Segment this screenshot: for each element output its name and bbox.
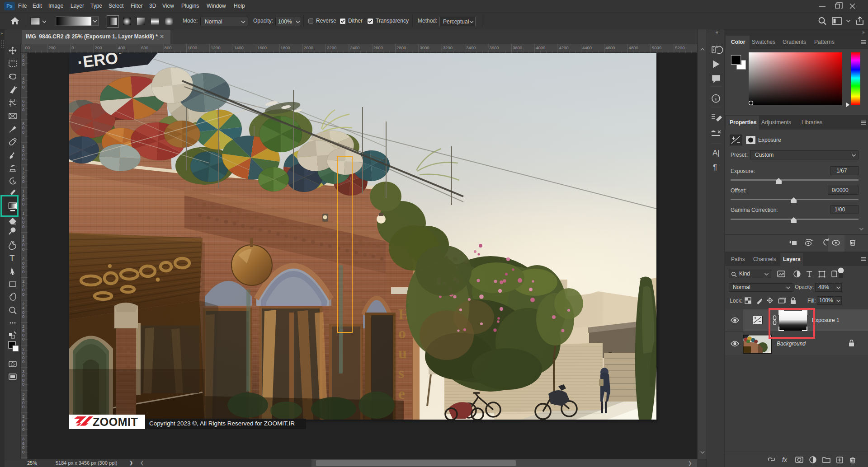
svg-text:0: 0 [22,130,24,135]
svg-text:4400: 4400 [582,45,592,50]
svg-text:1600: 1600 [257,45,267,50]
svg-text:ZOOMIT: ZOOMIT [93,416,138,428]
svg-text:0: 0 [22,449,24,454]
svg-text:fx: fx [782,456,788,463]
svg-text:0: 0 [22,292,24,297]
svg-text:0: 0 [22,201,24,206]
svg-text:0: 0 [22,404,24,409]
svg-text:3200: 3200 [443,45,453,50]
svg-text:3600: 3600 [490,45,499,50]
svg-text:1400: 1400 [234,45,244,50]
svg-text:200: 200 [48,45,56,50]
svg-text:0: 0 [71,45,74,50]
svg-text:1800: 1800 [280,45,290,50]
svg-text:2000: 2000 [304,45,313,50]
svg-text:0: 0 [22,427,24,432]
svg-text:5000: 5000 [652,45,661,50]
svg-text:4000: 4000 [536,45,545,50]
svg-text:600: 600 [141,45,148,50]
svg-text:0: 0 [22,269,24,274]
svg-text:1000: 1000 [188,45,197,50]
svg-text:00: 00 [25,45,30,50]
svg-text:0: 0 [22,359,24,364]
svg-text:2200: 2200 [327,45,336,50]
svg-text:4200: 4200 [559,45,569,50]
svg-text:¶: ¶ [713,163,717,172]
svg-text:2800: 2800 [396,45,406,50]
svg-text:0: 0 [22,107,24,112]
svg-text:200: 200 [95,45,102,50]
svg-text:0: 0 [22,179,24,184]
svg-text:0: 0 [22,314,24,319]
svg-text:1200: 1200 [211,45,220,50]
svg-text:0: 0 [22,336,24,341]
svg-text:400: 400 [118,45,125,50]
svg-text:0: 0 [22,382,24,387]
svg-text:3400: 3400 [466,45,476,50]
svg-text:0: 0 [22,84,24,89]
svg-text:0: 0 [22,247,24,252]
svg-text:3800: 3800 [513,45,522,50]
svg-text:0: 0 [22,224,24,229]
svg-text:3000: 3000 [420,45,429,50]
svg-text:5200: 5200 [675,45,684,50]
svg-text:A|: A| [712,149,720,157]
svg-text:4800: 4800 [629,45,638,50]
svg-text:4600: 4600 [605,45,615,50]
svg-text:800: 800 [165,45,172,50]
svg-text:2600: 2600 [373,45,383,50]
svg-text:0: 0 [22,62,24,67]
svg-text:0: 0 [22,156,24,161]
svg-text:T: T [9,253,15,263]
svg-text:2400: 2400 [350,45,359,50]
